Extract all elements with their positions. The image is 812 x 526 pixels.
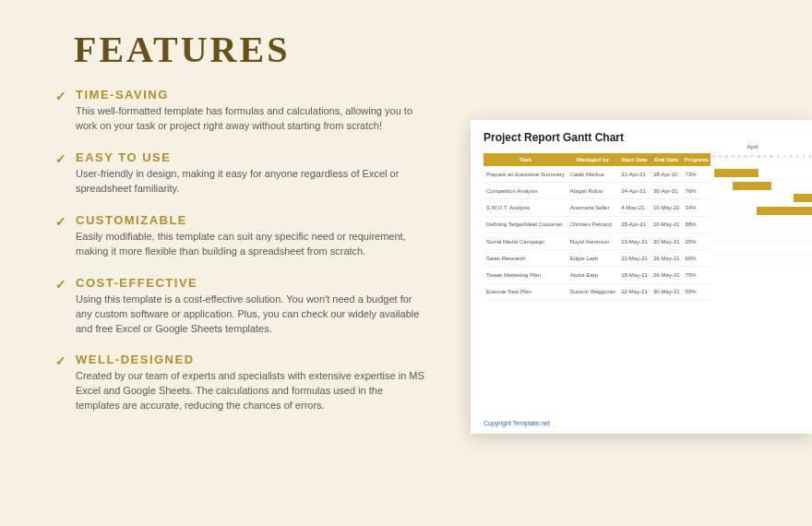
cell: 26-May-21 bbox=[651, 250, 683, 267]
gantt-bar bbox=[733, 182, 771, 190]
feature-desc: This well-formatted template has formula… bbox=[76, 104, 424, 134]
gantt-chart: Task Managed by Start Date End Date Prog… bbox=[484, 153, 812, 301]
cell: Caleb Markus bbox=[567, 166, 618, 183]
col-task: Task bbox=[484, 153, 567, 166]
col-end: End Date bbox=[651, 153, 683, 166]
table-row: Tweak Marketing PlanAlycia Earp18-May-21… bbox=[484, 267, 710, 283]
cell: 13-May-21 bbox=[618, 233, 651, 249]
check-icon: ✓ bbox=[55, 353, 66, 368]
table-row: Competition AnalysisAbigail Rubio24-Apr-… bbox=[484, 183, 710, 199]
col-start: Start Date bbox=[618, 153, 651, 166]
gantt-row bbox=[710, 205, 812, 218]
cell: 76% bbox=[683, 183, 710, 199]
cell: 10-May-21 bbox=[651, 199, 683, 216]
check-icon: ✓ bbox=[55, 151, 66, 166]
cell: 60% bbox=[683, 250, 710, 267]
cell: 88% bbox=[683, 216, 710, 233]
cell: Prepare an Executive Summary bbox=[484, 166, 567, 183]
cell: Alycia Earp bbox=[567, 267, 618, 283]
gantt-timeline: April 21222324252627282930123456789 bbox=[710, 153, 812, 301]
gantt-bar bbox=[714, 169, 758, 177]
cell: Social Media Campaign bbox=[484, 233, 567, 249]
table-row: Sales ResearchEdgar Lash21-May-2126-May-… bbox=[484, 250, 710, 267]
copyright-text: Copyright Template.net bbox=[484, 420, 550, 426]
check-icon: ✓ bbox=[55, 89, 66, 103]
check-icon: ✓ bbox=[55, 214, 66, 229]
cell: Anamaria Seller bbox=[567, 199, 618, 216]
cell: 20% bbox=[683, 233, 710, 249]
chart-title: Project Report Gantt Chart bbox=[484, 131, 812, 144]
cell: Abigail Rubio bbox=[567, 183, 618, 199]
gantt-row bbox=[710, 192, 812, 205]
cell: 21-Apr-21 bbox=[618, 166, 651, 183]
gantt-row bbox=[710, 167, 812, 180]
gantt-row bbox=[710, 180, 812, 193]
feature-desc: User-friendly in design, making it easy … bbox=[76, 167, 424, 197]
feature-desc: Easily modifiable, this template can sui… bbox=[76, 230, 424, 259]
feature-item: ✓ COST-EFFECTIVE Using this template is … bbox=[55, 276, 424, 337]
feature-item: ✓ TIME-SAVING This well-formatted templa… bbox=[55, 88, 424, 134]
cell: Edgar Lash bbox=[567, 250, 618, 267]
template-preview: Project Report Gantt Chart Task Managed … bbox=[471, 120, 812, 434]
cell: Christen Petrucci bbox=[567, 216, 618, 233]
page-title: FEATURES bbox=[74, 28, 812, 71]
table-row: Social Media CampaignRoyal Aaronson13-Ma… bbox=[484, 233, 710, 249]
gantt-bar bbox=[757, 207, 812, 215]
cell: Sales Research bbox=[484, 250, 567, 267]
cell: 28-Apr-21 bbox=[618, 216, 651, 233]
cell: 50% bbox=[683, 283, 710, 300]
cell: 24-Apr-21 bbox=[618, 183, 651, 199]
feature-desc: Created by our team of experts and speci… bbox=[76, 369, 424, 413]
cell: Competition Analysis bbox=[484, 183, 567, 199]
cell: 30-May-21 bbox=[651, 283, 683, 300]
col-progress: Progress bbox=[683, 153, 710, 166]
cell: 28-Apr-21 bbox=[651, 166, 683, 183]
gantt-row bbox=[710, 217, 812, 230]
cell: Tweak Marketing Plan bbox=[484, 267, 567, 283]
cell: 4-May-21 bbox=[618, 199, 651, 216]
cell: Royal Aaronson bbox=[567, 233, 618, 249]
cell: Defining Target/Ideal Customer bbox=[484, 216, 567, 233]
cell: Susann Waggoner bbox=[567, 283, 618, 300]
feature-title: COST-EFFECTIVE bbox=[76, 276, 424, 290]
cell: 22-May-21 bbox=[618, 283, 651, 300]
feature-item: ✓ EASY TO USE User-friendly in design, m… bbox=[55, 150, 424, 197]
gantt-row bbox=[710, 255, 812, 268]
cell: 30-Apr-21 bbox=[651, 183, 683, 199]
table-row: Execute New PlanSusann Waggoner22-May-21… bbox=[484, 283, 710, 300]
gantt-row bbox=[710, 242, 812, 255]
cell: 73% bbox=[683, 166, 710, 183]
cell: 10-May-21 bbox=[651, 216, 683, 233]
table-row: Prepare an Executive SummaryCaleb Markus… bbox=[484, 166, 710, 183]
table-header-row: Task Managed by Start Date End Date Prog… bbox=[484, 153, 710, 166]
cell: 18-May-21 bbox=[618, 267, 651, 283]
col-managed-by: Managed by bbox=[567, 153, 618, 166]
check-icon: ✓ bbox=[55, 277, 66, 292]
cell: 20-May-21 bbox=[651, 233, 683, 249]
feature-desc: Using this template is a cost-effective … bbox=[76, 293, 424, 337]
task-table: Task Managed by Start Date End Date Prog… bbox=[484, 153, 710, 301]
day-ruler: 21222324252627282930123456789 bbox=[710, 154, 812, 163]
feature-item: ✓ WELL-DESIGNED Created by our team of e… bbox=[55, 353, 424, 413]
gantt-bar bbox=[794, 194, 812, 202]
cell: 26-May-21 bbox=[651, 267, 683, 283]
feature-title: EASY TO USE bbox=[76, 150, 424, 164]
cell: 21-May-21 bbox=[618, 250, 651, 267]
cell: 70% bbox=[683, 267, 710, 283]
month-label: April bbox=[747, 144, 758, 149]
table-row: S.W.O.T. AnalysisAnamaria Seller4-May-21… bbox=[484, 199, 710, 216]
table-row: Defining Target/Ideal CustomerChristen P… bbox=[484, 216, 710, 233]
feature-title: TIME-SAVING bbox=[76, 88, 424, 102]
features-list: ✓ TIME-SAVING This well-formatted templa… bbox=[55, 88, 424, 413]
gantt-row bbox=[710, 230, 812, 243]
cell: Execute New Plan bbox=[484, 283, 567, 300]
feature-title: WELL-DESIGNED bbox=[76, 353, 424, 366]
feature-title: CUSTOMIZABLE bbox=[76, 213, 424, 227]
cell: 34% bbox=[683, 199, 710, 216]
feature-item: ✓ CUSTOMIZABLE Easily modifiable, this t… bbox=[55, 213, 424, 259]
cell: S.W.O.T. Analysis bbox=[484, 199, 567, 216]
